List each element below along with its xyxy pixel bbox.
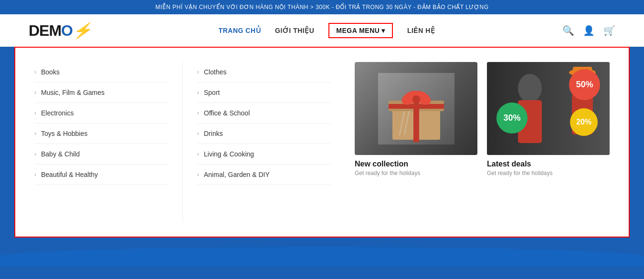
menu-item-sport[interactable]: › Sport xyxy=(197,83,331,103)
menu-column-2: › Clothes › Sport › Office & School › Dr… xyxy=(197,62,345,222)
logo-o: O xyxy=(61,22,73,39)
chevron-right-icon: › xyxy=(34,151,36,157)
menu-item-label: Drinks xyxy=(204,130,223,137)
menu-item-baby-child[interactable]: › Baby & Child xyxy=(34,144,168,165)
badge-50-percent: 50% xyxy=(569,69,600,100)
menu-item-label: Sport xyxy=(204,89,220,96)
menu-item-label: Music, Film & Games xyxy=(41,89,105,96)
chevron-right-icon: › xyxy=(34,110,36,116)
chevron-down-icon: ▾ xyxy=(381,27,385,34)
main-nav: TRANG CHỦ GIỚI THIỆU MEGA MENU ▾ LIÊN HỆ xyxy=(219,23,435,38)
promo-card-latest-deals[interactable]: 50% 30% 20% Latest deals Get ready for t… xyxy=(487,62,610,222)
menu-item-label: Clothes xyxy=(204,68,226,76)
promo-card-new-collection[interactable]: New collection Get ready for the holiday… xyxy=(355,62,477,222)
latest-deals-image: 50% 30% 20% xyxy=(487,62,610,155)
nav-item-mega-menu[interactable]: MEGA MENU ▾ xyxy=(328,23,393,38)
menu-item-clothes[interactable]: › Clothes xyxy=(197,62,331,83)
chevron-right-icon: › xyxy=(34,171,36,178)
background-wave xyxy=(0,238,644,266)
menu-item-office-school[interactable]: › Office & School xyxy=(197,103,331,124)
menu-item-animal-garden-diy[interactable]: › Animal, Garden & DIY xyxy=(197,165,331,185)
logo[interactable]: DEMO⚡ xyxy=(29,21,91,40)
menu-item-label: Living & Cooking xyxy=(204,150,254,158)
menu-item-label: Electronics xyxy=(41,109,74,117)
announcement-text: MIỄN PHÍ VẬN CHUYỂN VỚI ĐƠN HÀNG NỘI THÀ… xyxy=(156,4,489,10)
chevron-right-icon: › xyxy=(197,151,199,157)
chevron-right-icon: › xyxy=(34,69,36,75)
menu-item-living-cooking[interactable]: › Living & Cooking xyxy=(197,144,331,165)
chevron-right-icon: › xyxy=(197,171,199,178)
badge-30-label: 30% xyxy=(503,113,520,123)
mega-menu-label: MEGA MENU xyxy=(336,27,380,34)
latest-deals-title: Latest deals xyxy=(487,160,610,168)
menu-item-drinks[interactable]: › Drinks xyxy=(197,124,331,144)
menu-item-label: Beautiful & Healthy xyxy=(41,171,98,178)
menu-item-music-film-games[interactable]: › Music, Film & Games xyxy=(34,83,168,103)
new-collection-image xyxy=(355,62,477,155)
menu-item-electronics[interactable]: › Electronics xyxy=(34,103,168,124)
cart-icon[interactable]: 🛒 xyxy=(603,25,615,36)
svg-rect-4 xyxy=(389,104,444,109)
menu-item-label: Baby & Child xyxy=(41,150,80,158)
menu-item-label: Animal, Garden & DIY xyxy=(204,171,270,178)
menu-item-toys-hobbies[interactable]: › Toys & Hobbies xyxy=(34,124,168,144)
svg-point-11 xyxy=(518,74,542,103)
menu-item-books[interactable]: › Books xyxy=(34,62,168,83)
new-collection-subtitle: Get ready for the holidays xyxy=(355,170,477,176)
svg-point-7 xyxy=(412,95,420,103)
chevron-right-icon: › xyxy=(197,130,199,137)
latest-deals-subtitle: Get ready for the holidays xyxy=(487,170,610,176)
nav-item-trang-chu[interactable]: TRANG CHỦ xyxy=(219,27,261,34)
logo-bolt: ⚡ xyxy=(73,22,91,39)
header: DEMO⚡ TRANG CHỦ GIỚI THIỆU MEGA MENU ▾ L… xyxy=(0,14,644,47)
column-separator xyxy=(182,62,183,222)
chevron-right-icon: › xyxy=(197,89,199,96)
badge-20-percent: 20% xyxy=(570,108,598,136)
user-icon[interactable]: 👤 xyxy=(583,25,595,36)
nav-item-lien-he[interactable]: LIÊN HỆ xyxy=(407,27,435,34)
menu-item-label: Toys & Hobbies xyxy=(41,130,87,137)
chevron-right-icon: › xyxy=(34,130,36,137)
menu-column-1: › Books › Music, Film & Games › Electron… xyxy=(34,62,182,222)
nav-item-gioi-thieu[interactable]: GIỚI THIỆU xyxy=(275,27,314,34)
chevron-right-icon: › xyxy=(197,110,199,116)
badge-20-label: 20% xyxy=(576,118,591,126)
menu-item-label: Office & School xyxy=(204,109,250,117)
menu-item-beautiful-healthy[interactable]: › Beautiful & Healthy xyxy=(34,165,168,185)
badge-30-percent: 30% xyxy=(496,103,528,134)
search-icon[interactable]: 🔍 xyxy=(562,25,574,36)
mega-menu-dropdown: › Books › Music, Film & Games › Electron… xyxy=(14,47,630,238)
gift-box-illustration xyxy=(378,73,454,145)
menu-item-label: Books xyxy=(41,68,60,76)
badge-50-label: 50% xyxy=(576,80,593,90)
chevron-right-icon: › xyxy=(34,89,36,96)
promo-section: New collection Get ready for the holiday… xyxy=(345,62,610,222)
nav-icons: 🔍 👤 🛒 xyxy=(562,25,615,36)
announcement-bar: MIỄN PHÍ VẬN CHUYỂN VỚI ĐƠN HÀNG NỘI THÀ… xyxy=(0,0,644,14)
chevron-right-icon: › xyxy=(197,69,199,75)
new-collection-title: New collection xyxy=(355,160,477,168)
